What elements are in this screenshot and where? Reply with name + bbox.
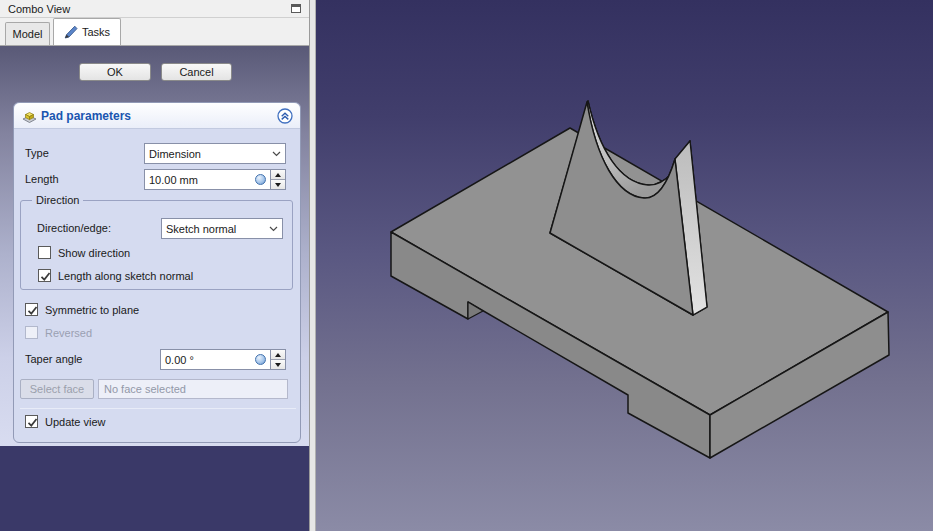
tab-model[interactable]: Model [5,22,50,45]
pad-parameters-header[interactable]: Pad parameters [14,103,300,129]
task-view-empty-area [0,446,309,531]
check-icon [39,270,52,283]
pad-icon [21,108,38,125]
panel-tabbar: Model Tasks [0,18,309,46]
pad-part[interactable] [391,101,889,458]
separator [20,408,296,409]
float-window-icon[interactable] [291,4,301,13]
freecad-window: Combo View Model Tasks OK Cancel [0,0,933,531]
length-along-label: Length along sketch normal [58,270,193,282]
show-direction-label: Show direction [58,247,130,259]
length-spinner[interactable] [270,170,285,189]
check-icon [26,304,39,317]
panel-titlebar[interactable]: Combo View [0,0,309,18]
collapse-icon[interactable] [277,108,293,124]
pad-parameters-box: Pad parameters Type Dimension L [13,102,301,443]
check-icon [26,416,39,429]
task-view: OK Cancel Pad parameters [0,46,309,446]
reversed-checkbox [25,326,38,339]
symmetric-label: Symmetric to plane [45,304,139,316]
select-face-button: Select face [20,379,94,399]
chevron-down-icon [267,151,285,157]
direction-group-label: Direction [32,194,83,206]
spin-up-icon[interactable] [271,350,285,360]
taper-spinner[interactable] [270,350,285,369]
direction-group: Direction Direction/edge: Sketch normal … [20,200,293,290]
direction-edge-label: Direction/edge: [37,222,111,234]
type-label: Type [25,147,49,159]
reversed-label: Reversed [45,327,92,339]
3d-viewport[interactable] [316,0,933,531]
length-along-checkbox[interactable] [38,269,51,282]
spin-down-icon[interactable] [271,180,285,189]
show-direction-checkbox[interactable] [38,246,51,259]
expression-icon[interactable] [255,174,266,185]
panel-title: Combo View [8,3,70,15]
tab-tasks[interactable]: Tasks [53,18,121,45]
combo-view-panel: Combo View Model Tasks OK Cancel [0,0,310,531]
length-label: Length [25,173,59,185]
length-spinbox[interactable]: 10.00 mm [144,169,286,190]
type-combobox[interactable]: Dimension [144,143,286,164]
spin-up-icon[interactable] [271,170,285,180]
direction-edge-combobox[interactable]: Sketch normal [161,218,283,239]
chevron-down-icon [264,226,282,232]
cad-model[interactable] [316,0,933,531]
spin-down-icon[interactable] [271,360,285,369]
face-selected-field: No face selected [98,379,288,399]
update-view-label: Update view [45,416,106,428]
pad-parameters-title: Pad parameters [41,109,131,123]
cancel-button[interactable]: Cancel [161,63,232,81]
ok-button[interactable]: OK [79,63,151,81]
pencil-icon [64,25,78,39]
expression-icon[interactable] [255,354,266,365]
symmetric-checkbox[interactable] [25,303,38,316]
taper-angle-spinbox[interactable]: 0.00 ° [160,349,286,370]
taper-angle-label: Taper angle [25,353,83,365]
update-view-checkbox[interactable] [25,415,38,428]
